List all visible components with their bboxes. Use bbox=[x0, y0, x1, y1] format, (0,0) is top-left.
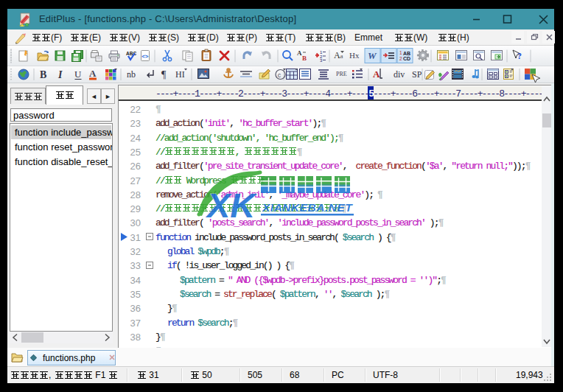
svg-text:2: 2 bbox=[399, 56, 402, 61]
svg-text:HI: HI bbox=[175, 69, 185, 80]
svg-text:XIANKEBA.NET: XIANKEBA.NET bbox=[262, 201, 353, 214]
svg-text:Hx: Hx bbox=[349, 51, 360, 60]
svg-text:div: div bbox=[394, 69, 405, 80]
svg-text:<>: <> bbox=[141, 53, 149, 60]
svg-text:nb: nb bbox=[127, 69, 136, 80]
svg-text:A: A bbox=[89, 68, 97, 79]
svg-text:ABC: ABC bbox=[126, 51, 136, 56]
svg-text:A: A bbox=[373, 69, 380, 80]
svg-text:3: 3 bbox=[320, 58, 323, 63]
svg-text:SP: SP bbox=[412, 69, 422, 80]
svg-text:¶: ¶ bbox=[161, 69, 167, 80]
svg-text:B: B bbox=[302, 55, 307, 62]
svg-text:PRE: PRE bbox=[336, 71, 347, 77]
svg-text:CD: CD bbox=[403, 56, 410, 61]
svg-text:?: ? bbox=[517, 51, 522, 61]
svg-text:B: B bbox=[40, 69, 46, 80]
svg-text:A: A bbox=[297, 49, 302, 57]
svg-text:W: W bbox=[368, 50, 377, 61]
svg-text:U: U bbox=[74, 69, 82, 80]
svg-text:I: I bbox=[57, 69, 63, 80]
svg-text:XK: XK bbox=[205, 186, 257, 221]
svg-text:a: a bbox=[340, 52, 343, 60]
svg-text:1: 1 bbox=[399, 50, 402, 55]
svg-text:c: c bbox=[278, 71, 282, 79]
svg-text:AB: AB bbox=[403, 51, 410, 56]
